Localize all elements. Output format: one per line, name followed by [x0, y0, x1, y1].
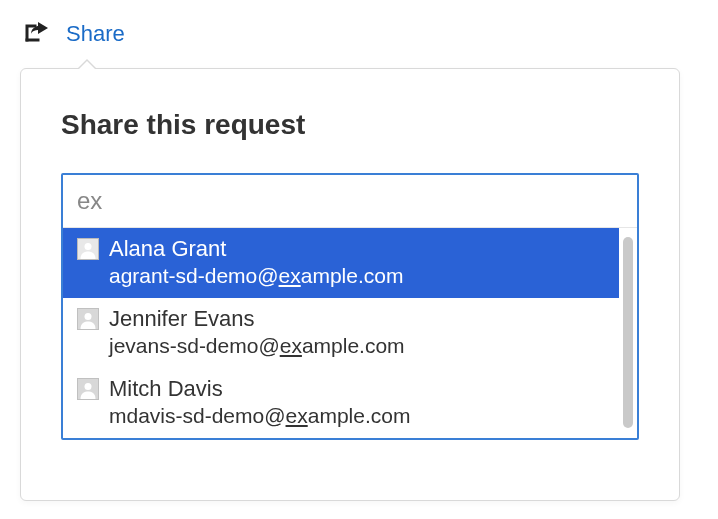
option-email: jevans-sd-demo@example.com	[77, 334, 605, 358]
option-name: Mitch Davis	[109, 376, 223, 402]
share-icon	[24, 20, 50, 48]
autocomplete-option[interactable]: Alana Grant agrant-sd-demo@example.com	[63, 228, 619, 298]
option-email: mdavis-sd-demo@example.com	[77, 404, 605, 428]
svg-point-0	[85, 243, 92, 250]
svg-point-1	[85, 313, 92, 320]
share-combobox: Alana Grant agrant-sd-demo@example.com J…	[61, 173, 639, 440]
autocomplete-option[interactable]: Jennifer Evans jevans-sd-demo@example.co…	[63, 298, 619, 368]
share-trigger[interactable]: Share	[20, 20, 698, 56]
share-popover: Share this request Alana Grant agrant-sd…	[20, 68, 680, 501]
popover-title: Share this request	[61, 109, 639, 141]
avatar-icon	[77, 238, 99, 260]
option-name: Alana Grant	[109, 236, 226, 262]
avatar-icon	[77, 378, 99, 400]
share-input[interactable]	[63, 175, 637, 227]
autocomplete-dropdown: Alana Grant agrant-sd-demo@example.com J…	[63, 227, 637, 438]
avatar-icon	[77, 308, 99, 330]
svg-point-2	[85, 383, 92, 390]
option-name: Jennifer Evans	[109, 306, 255, 332]
scrollbar[interactable]	[623, 237, 633, 428]
autocomplete-option[interactable]: Mitch Davis mdavis-sd-demo@example.com	[63, 368, 619, 438]
option-email: agrant-sd-demo@example.com	[77, 264, 605, 288]
share-label: Share	[66, 21, 125, 47]
